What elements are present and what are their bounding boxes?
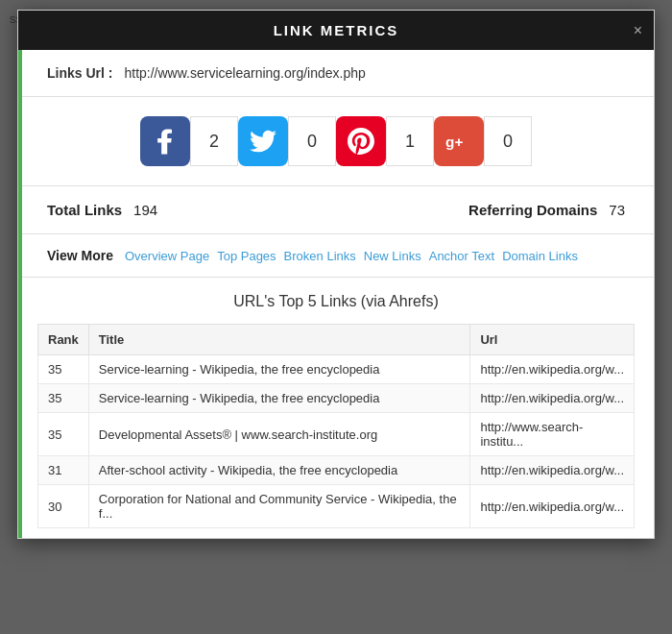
googleplus-count: 0 <box>484 116 532 166</box>
referring-domains-value: 73 <box>609 202 625 218</box>
table-header-row: Rank Title Url <box>38 325 635 355</box>
table-section: URL's Top 5 Links (via Ahrefs) Rank Titl… <box>18 278 654 538</box>
table-row: 31 After-school activity - Wikipedia, th… <box>38 456 635 485</box>
cell-url: http://www.search-institu... <box>470 413 635 456</box>
url-label: Links Url : <box>47 65 112 81</box>
pinterest-count: 1 <box>386 116 434 166</box>
stats-section: Total Links 194 Referring Domains 73 <box>18 186 654 234</box>
modal-container: LINK METRICS × Links Url : http://www.se… <box>17 10 655 539</box>
googleplus-icon: g+ <box>434 116 484 166</box>
cell-rank: 35 <box>38 355 89 384</box>
facebook-icon <box>140 116 190 166</box>
total-links-stat: Total Links 194 <box>47 202 157 218</box>
modal-title: LINK METRICS <box>274 22 399 38</box>
total-links-label: Total Links <box>47 202 122 218</box>
col-header-url: Url <box>470 325 635 355</box>
social-section: 2 0 1 g+ 0 <box>18 97 654 186</box>
cell-title: Service-learning - Wikipedia, the free e… <box>88 384 470 413</box>
cell-rank: 31 <box>38 456 89 485</box>
facebook-count: 2 <box>190 116 238 166</box>
cell-rank: 35 <box>38 413 89 456</box>
cell-title: After-school activity - Wikipedia, the f… <box>88 456 470 485</box>
pinterest-icon <box>336 116 386 166</box>
total-links-value: 194 <box>133 202 157 218</box>
viewmore-domainlinks[interactable]: Domain Links <box>502 249 578 263</box>
table-row: 35 Developmental Assets® | www.search-in… <box>38 413 635 456</box>
url-section: Links Url : http://www.servicelearning.o… <box>18 50 654 97</box>
cell-url: http://en.wikipedia.org/w... <box>470 485 635 528</box>
cell-url: http://en.wikipedia.org/w... <box>470 355 635 384</box>
cell-title: Corporation for National and Community S… <box>88 485 470 528</box>
cell-url: http://en.wikipedia.org/w... <box>470 456 635 485</box>
viewmore-toppages[interactable]: Top Pages <box>217 249 276 263</box>
col-header-title: Title <box>88 325 470 355</box>
url-value: http://www.servicelearning.org/index.php <box>124 65 365 81</box>
links-table: Rank Title Url 35 Service-learning - Wik… <box>37 324 635 528</box>
close-button[interactable]: × <box>634 22 642 39</box>
modal-header: LINK METRICS × <box>18 11 654 50</box>
cell-title: Developmental Assets® | www.search-insti… <box>88 413 470 456</box>
table-row: 30 Corporation for National and Communit… <box>38 485 635 528</box>
cell-title: Service-learning - Wikipedia, the free e… <box>88 355 470 384</box>
cell-url: http://en.wikipedia.org/w... <box>470 384 635 413</box>
viewmore-brokenlinks[interactable]: Broken Links <box>284 249 356 263</box>
viewmore-newlinks[interactable]: New Links <box>364 249 421 263</box>
referring-domains-label: Referring Domains <box>468 202 597 218</box>
viewmore-label: View More <box>47 248 113 263</box>
viewmore-anchortext[interactable]: Anchor Text <box>429 249 494 263</box>
referring-domains-stat: Referring Domains 73 <box>468 202 625 218</box>
viewmore-overview[interactable]: Overview Page <box>125 249 209 263</box>
svg-text:g+: g+ <box>445 134 463 150</box>
twitter-icon <box>238 116 288 166</box>
twitter-count: 0 <box>288 116 336 166</box>
table-title: URL's Top 5 Links (via Ahrefs) <box>37 293 635 310</box>
viewmore-section: View More Overview Page Top Pages Broken… <box>18 234 654 278</box>
cell-rank: 30 <box>38 485 89 528</box>
col-header-rank: Rank <box>38 325 89 355</box>
table-row: 35 Service-learning - Wikipedia, the fre… <box>38 355 635 384</box>
cell-rank: 35 <box>38 384 89 413</box>
table-row: 35 Service-learning - Wikipedia, the fre… <box>38 384 635 413</box>
